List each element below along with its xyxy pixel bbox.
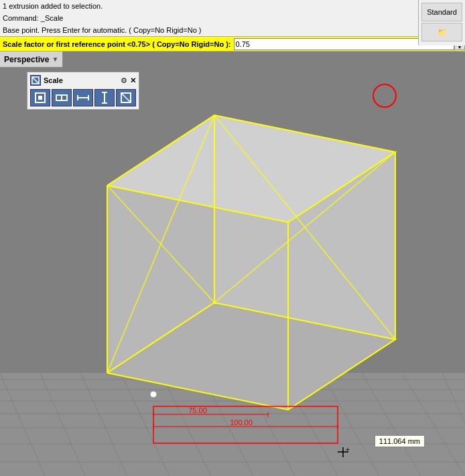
dimension-tooltip: 111.064 mm <box>375 435 425 447</box>
scale-buttons <box>30 89 136 106</box>
viewport-canvas: 75.00 100.00 + <box>0 52 465 476</box>
status-bar: 1 extrusion added to selection. Command:… <box>0 0 465 37</box>
status-line-2: Command: _Scale <box>0 12 465 24</box>
svg-text:100.00: 100.00 <box>230 418 253 426</box>
svg-text:+: + <box>346 446 350 453</box>
scale-origin <box>150 391 157 398</box>
scale-close-btn[interactable]: ✕ <box>130 76 136 85</box>
svg-text:75.00: 75.00 <box>188 406 207 414</box>
perspective-tab[interactable]: Perspective ▼ <box>0 52 63 68</box>
scale-toolbar-header: Scale ⚙ ✕ <box>30 75 136 86</box>
svg-line-48 <box>32 77 39 84</box>
scale-gear-btn[interactable]: ⚙ <box>121 76 127 85</box>
scale-toolbar-icon <box>30 75 41 86</box>
scale-z-btn[interactable] <box>116 89 136 106</box>
right-toolbar: Standard 📁 <box>418 0 465 46</box>
status-line-3: Base point. Press Enter for automatic. (… <box>0 24 465 36</box>
folder-btn[interactable]: 📁 <box>421 23 462 42</box>
input-row: Scale factor or first reference point <0… <box>0 37 465 52</box>
scale-factor-label: Scale factor or first reference point <0… <box>0 40 234 48</box>
scale-toolbar: Scale ⚙ ✕ <box>27 72 139 110</box>
scale-x-btn[interactable] <box>73 89 93 106</box>
scale-factor-bold: Scale factor <box>3 40 44 48</box>
perspective-label: Perspective <box>4 55 49 64</box>
scale-uniform-btn[interactable] <box>30 89 50 106</box>
svg-line-60 <box>121 93 131 102</box>
standard-btn[interactable]: Standard <box>421 3 462 21</box>
scale-factor-rest: or first reference point <0.75> ( Copy=N… <box>44 40 230 48</box>
scale-y-btn[interactable] <box>94 89 115 106</box>
svg-rect-50 <box>38 96 42 100</box>
perspective-arrow: ▼ <box>52 56 58 63</box>
status-line-1: 1 extrusion added to selection. <box>0 0 465 12</box>
scale-1d-btn[interactable] <box>52 89 72 106</box>
viewport: 75.00 100.00 + Perspective ▼ Scale ⚙ ✕ <box>0 52 465 476</box>
scale-toolbar-title: Scale <box>44 76 118 84</box>
folder-icon: 📁 <box>438 28 447 37</box>
